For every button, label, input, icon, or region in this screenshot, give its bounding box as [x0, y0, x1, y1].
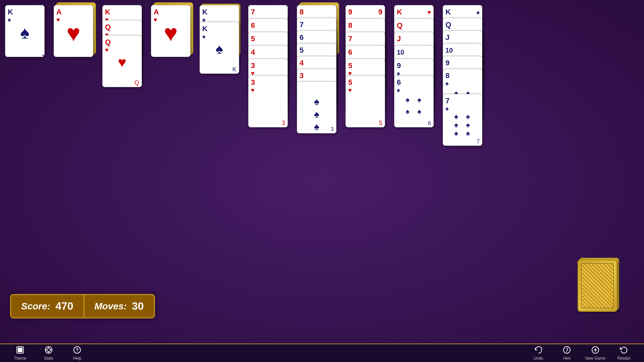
svg-text:A: A: [56, 8, 62, 16]
svg-text:6: 6: [300, 33, 304, 42]
undo-label: Undo: [534, 356, 543, 361]
help-label: Help: [73, 356, 82, 361]
column-7[interactable]: 8 ♥ 7 ♠ 6 ♠ 5 ♠: [297, 5, 340, 153]
svg-text:♠: ♠: [397, 87, 400, 94]
hint-label: Hint: [563, 356, 570, 361]
svg-text:7: 7: [477, 139, 480, 144]
svg-text:♠: ♠: [445, 80, 449, 87]
column-2[interactable]: A ♥ ♥: [54, 5, 97, 62]
svg-rect-189: [18, 348, 20, 350]
svg-text:8: 8: [445, 71, 449, 80]
undo-icon: [534, 346, 542, 355]
theme-button[interactable]: Theme: [7, 345, 34, 362]
svg-text:6: 6: [428, 120, 431, 126]
new-game-button[interactable]: New Game: [582, 345, 609, 362]
svg-text:♠: ♠: [8, 16, 11, 23]
svg-text:9: 9: [445, 59, 449, 67]
column-6[interactable]: 7 ♥ ♥ 6 ♥ 5 ♥ 4 ♥: [248, 5, 292, 132]
svg-text:9: 9: [397, 61, 401, 70]
toolbar-right: Undo Hint New Game: [525, 345, 637, 362]
svg-text:7: 7: [251, 8, 255, 16]
svg-rect-192: [20, 350, 22, 352]
svg-text:3: 3: [251, 61, 255, 70]
moves-label: Moves:: [95, 301, 127, 312]
column-1[interactable]: K ♠ ♠ K: [5, 5, 49, 62]
svg-text:5: 5: [348, 78, 352, 86]
svg-text:9: 9: [378, 8, 382, 16]
svg-text:K: K: [8, 8, 13, 16]
stats-label: Stats: [44, 356, 53, 361]
svg-text:3: 3: [251, 78, 255, 86]
svg-text:Q: Q: [445, 20, 451, 29]
svg-text:Q: Q: [397, 21, 402, 29]
svg-text:10: 10: [445, 47, 453, 54]
svg-text:7: 7: [300, 20, 304, 29]
svg-text:K: K: [202, 24, 208, 33]
help-icon: ?: [73, 346, 81, 355]
hint-button[interactable]: Hint: [553, 345, 580, 362]
column-8[interactable]: 9 ♥ ♥ ♥ 9 8 ♥ 7 ♥ ♥: [345, 5, 389, 129]
svg-text:♠: ♠: [454, 112, 458, 121]
game-area: K ♠ ♠ K A ♥ ♥: [0, 0, 644, 344]
svg-text:♥: ♥: [118, 54, 126, 70]
svg-text:3: 3: [282, 120, 285, 126]
help-button[interactable]: ? Help: [64, 345, 91, 362]
svg-text:♠: ♠: [20, 23, 30, 42]
svg-text:♠: ♠: [314, 96, 319, 107]
svg-text:?: ?: [76, 347, 79, 353]
svg-text:7: 7: [348, 35, 352, 43]
svg-text:8: 8: [348, 21, 352, 29]
svg-text:K: K: [232, 66, 236, 73]
svg-text:♥: ♥: [66, 20, 80, 46]
column-3[interactable]: K ♥ ♥ K Q ♥ ♥ Q ♥ ♥: [102, 5, 146, 85]
score-value: 470: [55, 300, 73, 312]
svg-text:6: 6: [348, 48, 352, 56]
svg-text:6: 6: [397, 78, 401, 86]
svg-text:♠: ♠: [406, 107, 410, 116]
hint-icon: [563, 346, 571, 355]
stats-icon: [45, 346, 53, 355]
score-bar: Score: 470 Moves: 30: [10, 294, 155, 318]
svg-text:♠: ♠: [314, 109, 319, 120]
restart-button[interactable]: Restart: [610, 345, 637, 362]
svg-text:K: K: [202, 8, 208, 16]
svg-text:K: K: [445, 8, 451, 16]
moves-section: Moves: 30: [85, 295, 154, 317]
column-4[interactable]: A ♥ ♥: [151, 5, 195, 62]
svg-text:♥: ♥: [154, 16, 157, 23]
column-9[interactable]: K ♥ ♥ ♥ Q ♥ ♥ J ♥ ♥: [394, 5, 438, 129]
svg-point-202: [567, 352, 567, 352]
svg-rect-190: [20, 348, 22, 350]
svg-text:♠: ♠: [476, 9, 480, 16]
svg-text:9: 9: [348, 8, 352, 16]
column-5[interactable]: K ♠ ♠ K ♠ ♠ K: [200, 5, 243, 79]
svg-text:♠: ♠: [454, 121, 458, 129]
svg-text:5: 5: [300, 46, 304, 54]
svg-text:♠: ♠: [445, 105, 449, 112]
svg-rect-191: [18, 350, 20, 352]
restart-icon: [620, 346, 628, 355]
deck-pile[interactable]: [578, 260, 617, 312]
svg-text:Q: Q: [135, 79, 139, 86]
svg-text:K: K: [42, 53, 45, 57]
svg-text:7: 7: [445, 97, 449, 105]
svg-text:6: 6: [251, 21, 255, 29]
toolbar-left: Theme Stats ?: [7, 345, 91, 362]
svg-text:♠: ♠: [406, 96, 410, 104]
toolbar: Theme Stats ?: [0, 344, 644, 362]
svg-text:K: K: [397, 8, 402, 16]
svg-text:♠: ♠: [417, 96, 421, 104]
svg-text:♠: ♠: [202, 33, 206, 40]
svg-text:♠: ♠: [314, 121, 319, 132]
svg-text:4: 4: [300, 59, 304, 67]
svg-text:♥: ♥: [427, 9, 431, 16]
stats-button[interactable]: Stats: [35, 345, 62, 362]
svg-text:♠: ♠: [466, 121, 470, 129]
restart-label: Restart: [618, 356, 631, 361]
svg-text:4: 4: [251, 48, 255, 56]
column-10[interactable]: K ♠ ♠ ♠ Q ♠ ♠ J ♠ ♠: [443, 5, 486, 146]
svg-text:♥: ♥: [164, 20, 178, 46]
undo-button[interactable]: Undo: [525, 345, 552, 362]
svg-text:♥: ♥: [105, 47, 109, 53]
svg-text:3: 3: [331, 126, 334, 132]
